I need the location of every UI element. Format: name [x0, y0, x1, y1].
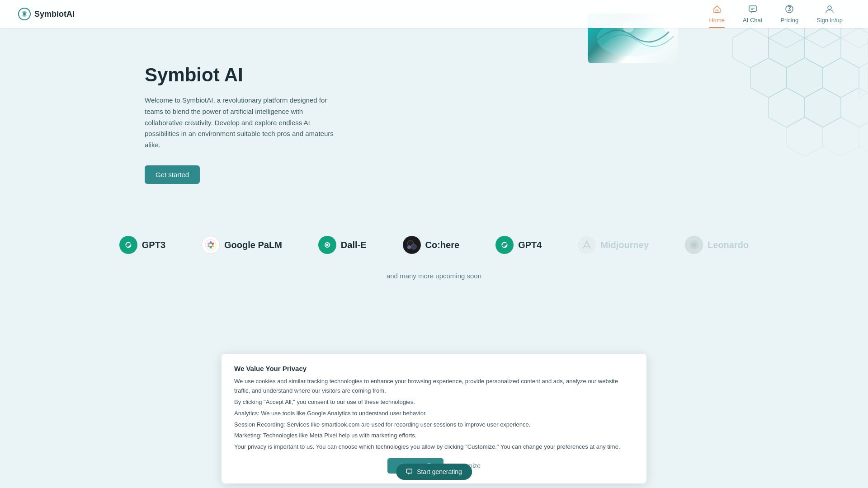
cookie-analytics: Analytics: We use tools like Google Anal… [234, 409, 634, 418]
svg-point-7 [828, 6, 831, 9]
gpt4-icon [495, 236, 514, 254]
svg-point-56 [407, 245, 411, 249]
hero-title: Symbiot AI [145, 64, 335, 86]
model-leonardo: Leonardo [685, 236, 749, 254]
cookie-body: We use cookies and similar tracking tech… [234, 377, 634, 452]
svg-point-40 [123, 239, 134, 250]
brand-logo[interactable]: SymbiotAI [18, 8, 75, 20]
svg-point-61 [692, 243, 696, 247]
chat-icon [748, 5, 757, 16]
google-label: Google PaLM [224, 240, 282, 250]
dalle-icon [318, 236, 336, 254]
model-midjourney: Midjourney [578, 236, 649, 254]
hero-text: Symbiot AI Welcome to SymbiotAI, a revol… [145, 64, 335, 184]
midjourney-icon [578, 236, 596, 254]
svg-point-1 [23, 13, 26, 15]
cookie-marketing: Marketing: Technologies like Meta Pixel … [234, 431, 634, 441]
model-gpt4: GPT4 [495, 236, 542, 254]
cookie-session: Session Recording: Services like smartlo… [234, 420, 634, 430]
nav-pricing-label: Pricing [780, 17, 798, 23]
user-icon [825, 5, 834, 16]
model-dalle: Dall-E [318, 236, 367, 254]
home-icon [712, 5, 722, 16]
nav-home[interactable]: Home [702, 2, 732, 26]
gpt4-label: GPT4 [518, 240, 542, 250]
cookie-title: We Value Your Privacy [234, 365, 634, 372]
gpt3-label: GPT3 [142, 240, 165, 250]
google-icon [202, 236, 220, 254]
svg-point-57 [499, 239, 510, 250]
nav-links: Home AI Chat Pricing [702, 2, 850, 26]
logo-icon [18, 8, 31, 20]
svg-rect-3 [749, 6, 756, 11]
model-gpt3: GPT3 [119, 236, 165, 254]
nav-aichat-label: AI Chat [743, 17, 762, 23]
hero-section: Symbiot AI Welcome to SymbiotAI, a revol… [0, 28, 868, 218]
cookie-body1: We use cookies and similar tracking tech… [234, 377, 634, 396]
cohere-icon [403, 236, 421, 254]
models-row: GPT3 [119, 236, 749, 254]
pricing-icon [785, 5, 794, 16]
model-google: Google PaLM [202, 236, 282, 254]
nav-home-label: Home [709, 17, 725, 23]
midjourney-label: Midjourney [600, 240, 649, 250]
svg-point-50 [326, 244, 328, 246]
brand-name: SymbiotAI [34, 9, 75, 19]
dalle-label: Dall-E [341, 240, 367, 250]
gpt3-icon [119, 236, 137, 254]
coming-soon-text: and many more upcoming soon [387, 272, 481, 280]
nav-pricing[interactable]: Pricing [773, 2, 806, 26]
start-generating-icon [406, 468, 413, 475]
svg-point-58 [578, 236, 595, 253]
hero-description: Welcome to SymbiotAI, a revolutionary pl… [145, 95, 335, 151]
model-cohere: Co:here [403, 236, 460, 254]
models-section: GPT3 [0, 218, 868, 307]
svg-rect-2 [716, 10, 718, 13]
svg-point-48 [209, 244, 212, 246]
navbar: SymbiotAI Home AI Chat [0, 0, 868, 28]
nav-aichat[interactable]: AI Chat [736, 2, 769, 26]
get-started-button[interactable]: Get started [145, 165, 200, 184]
cookie-privacy: Your privacy is important to us. You can… [234, 442, 634, 452]
float-btn-label: Start generating [417, 468, 462, 475]
leonardo-label: Leonardo [708, 240, 749, 250]
svg-rect-62 [406, 469, 412, 473]
start-generating-button[interactable]: Start generating [396, 464, 472, 480]
nav-signin[interactable]: Sign in/up [809, 2, 850, 26]
nav-signin-label: Sign in/up [816, 17, 843, 23]
cookie-body2: By clicking "Accept All," you consent to… [234, 398, 634, 407]
cohere-label: Co:here [425, 240, 460, 250]
leonardo-icon [685, 236, 703, 254]
